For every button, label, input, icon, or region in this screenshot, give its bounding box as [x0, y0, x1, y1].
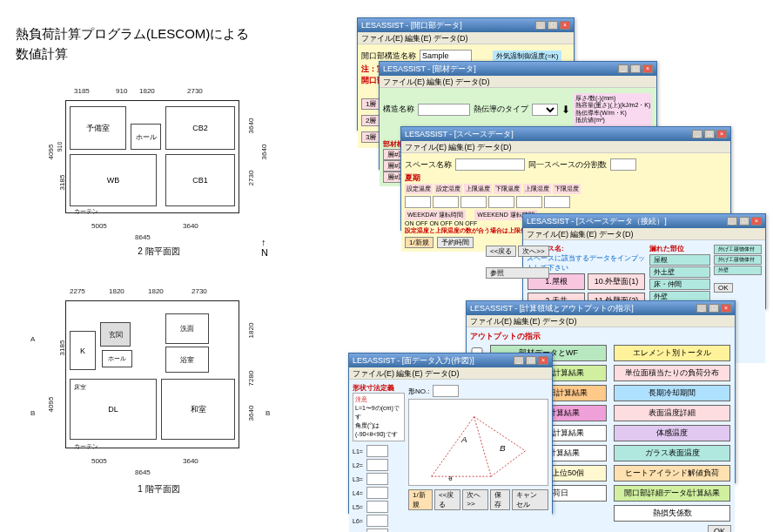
dim: 3640	[183, 222, 198, 230]
val-input[interactable]	[516, 196, 542, 208]
new-button[interactable]: 1/新規	[408, 489, 433, 510]
floorplan-1f-caption: 1 階平面図	[48, 483, 270, 495]
dim: 3640	[247, 406, 255, 421]
minimize-button[interactable]: _	[692, 130, 702, 138]
cancel-button[interactable]: キャンセル	[512, 489, 548, 510]
g3-btn[interactable]: 外げ工籐物体付	[714, 245, 762, 254]
l-input[interactable]	[366, 515, 388, 527]
prev-button[interactable]: <<戻る	[434, 489, 460, 510]
close-button[interactable]: ×	[721, 304, 731, 313]
menubar[interactable]: ファイル(E) 編集(E) データ(D)	[380, 76, 656, 88]
titlebar[interactable]: LESASSIST - [開口部データ] _ □ ×	[358, 18, 574, 32]
out-btn[interactable]: 開口部詳細データ/計算結果	[614, 485, 730, 502]
close-button[interactable]: ×	[751, 217, 762, 226]
new-button[interactable]: 1/新規	[405, 237, 434, 248]
window-title: LESASSIST - [部材データ]	[383, 64, 476, 75]
close-button[interactable]: ×	[538, 356, 548, 365]
g2-btn[interactable]: 床・仲間	[649, 279, 710, 290]
ok-button[interactable]: OK	[714, 283, 733, 293]
val-input[interactable]	[488, 196, 514, 208]
item-btn[interactable]: 10.外壁面(1)	[588, 273, 645, 290]
close-button[interactable]: ×	[560, 21, 570, 30]
dim: 3640	[260, 145, 268, 160]
out-btn[interactable]: 体感温度	[614, 425, 730, 441]
col: 上限温度	[464, 184, 492, 194]
menubar[interactable]: ファイル(E) 編集(E) データ(D)	[401, 141, 730, 153]
arrow-icon: ⬇	[561, 104, 570, 116]
l-input[interactable]	[366, 487, 388, 499]
l-input[interactable]	[366, 529, 388, 532]
same-input[interactable]	[610, 158, 636, 171]
titlebar[interactable]: LESASSIST - [スペースデータ] _□×	[401, 127, 730, 141]
g2-btn[interactable]: 屋根	[649, 254, 710, 266]
next-button[interactable]: 次へ>>	[518, 246, 548, 257]
menubar[interactable]: ファイル(E) 編集(E) データ(D)	[358, 32, 574, 44]
val-input[interactable]	[405, 196, 431, 208]
room-k: K	[70, 331, 96, 370]
next-button[interactable]: 次へ>>	[462, 489, 488, 510]
out-btn[interactable]: ガラス表面温度	[614, 445, 730, 461]
maximize-button[interactable]: □	[630, 64, 641, 73]
maximize-button[interactable]: □	[739, 217, 749, 226]
close-button[interactable]: ×	[642, 64, 653, 73]
val-input[interactable]	[544, 196, 570, 208]
l-input[interactable]	[366, 501, 388, 513]
space-input[interactable]	[455, 158, 525, 171]
dim: 1820	[247, 323, 255, 339]
out-btn[interactable]: 熱損失係数	[614, 505, 730, 522]
title-line2: 数値計算	[16, 46, 68, 61]
schedule-button[interactable]: 予約時間	[437, 237, 474, 248]
titlebar[interactable]: LESASSIST - [計算領域とアウトプットの指示] _□×	[467, 301, 735, 315]
save-button[interactable]: 保存	[490, 489, 510, 510]
menubar[interactable]: ファイル(E) 編集(E) データ(D)	[523, 228, 765, 240]
l-input[interactable]	[366, 473, 388, 485]
dim: 3640	[247, 118, 255, 134]
menubar[interactable]: ファイル(E) 編集(E) データ(D)	[467, 315, 735, 327]
svg-line-4	[474, 417, 492, 477]
type-select[interactable]	[532, 104, 558, 116]
dim: 4095	[47, 145, 55, 160]
dim: 3185	[58, 340, 66, 356]
prev-button[interactable]: <<戻る	[486, 246, 516, 257]
room-genkan: 玄関	[100, 322, 131, 347]
titlebar[interactable]: LESASSIST - [部材データ] _□×	[380, 62, 656, 76]
curtain: カーテン	[74, 207, 98, 216]
titlebar[interactable]: LESASSIST - [面データ入力(作図)] _□×	[349, 354, 552, 367]
form-no-input[interactable]	[433, 385, 459, 397]
out-btn[interactable]: 表面温度詳細	[614, 405, 730, 421]
col: 設定湿度	[434, 184, 462, 194]
g2-btn[interactable]: 外土壁	[649, 266, 710, 278]
minimize-button[interactable]: _	[618, 64, 628, 73]
minimize-button[interactable]: _	[535, 21, 546, 30]
g3-btn[interactable]: 外げ工籐物体付	[714, 255, 762, 265]
g3-btn[interactable]: 外壁	[714, 266, 762, 275]
ok-button[interactable]: OK	[708, 525, 731, 532]
val-input[interactable]	[460, 196, 487, 208]
out-btn[interactable]: エレメント別トータル	[614, 345, 730, 361]
menubar[interactable]: ファイル(E) 編集(E) データ(D)	[349, 367, 552, 380]
close-button[interactable]: ×	[716, 130, 727, 138]
a-label: A	[30, 335, 35, 343]
out-btn[interactable]: 単位面積当たりの負荷分布	[614, 365, 730, 381]
ref-button[interactable]: 参照	[486, 267, 549, 279]
out-btn[interactable]: 長期冷却期間	[614, 385, 730, 401]
l-input[interactable]	[366, 459, 388, 471]
minimize-button[interactable]: _	[514, 356, 524, 365]
struct-input[interactable]	[420, 50, 472, 62]
titlebar[interactable]: LESASSIST - [スペースデータ（接続）] _□×	[523, 214, 765, 228]
maximize-button[interactable]: □	[709, 304, 719, 313]
svg-text:B: B	[500, 443, 506, 453]
val-input[interactable]	[433, 196, 459, 208]
minimize-button[interactable]: _	[696, 304, 707, 313]
l-label: L1=	[353, 448, 363, 455]
maximize-button[interactable]: □	[548, 21, 558, 30]
out-btn[interactable]: ヒートアイランド解値負荷	[614, 465, 730, 481]
l-input[interactable]	[366, 445, 388, 457]
dim: 5005	[91, 222, 107, 230]
minimize-button[interactable]: _	[727, 217, 737, 226]
struct-input[interactable]	[418, 104, 470, 116]
maximize-button[interactable]: □	[526, 356, 536, 365]
note1: L=1〜9の(cm)です	[355, 404, 402, 421]
col: 下限湿度	[553, 184, 581, 194]
maximize-button[interactable]: □	[704, 130, 715, 138]
